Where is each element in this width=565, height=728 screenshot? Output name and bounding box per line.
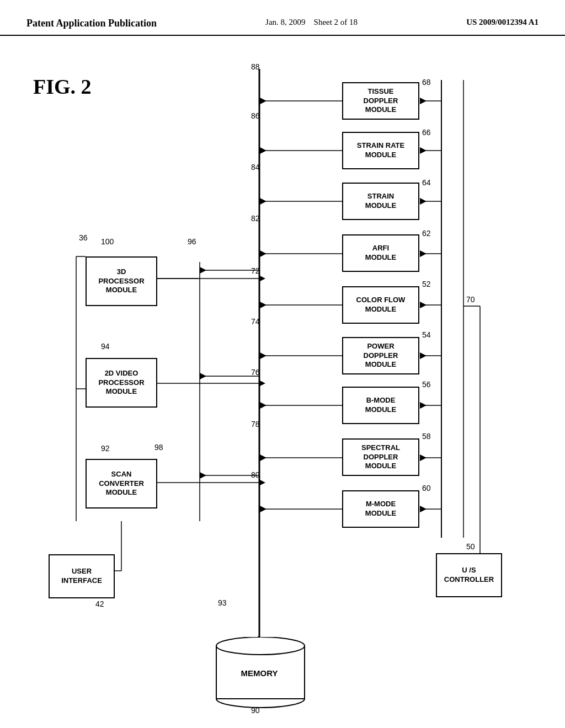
diagram-area: FIG. 2 TISSUE DOPPLER MODULE STRAIN RATE… bbox=[0, 41, 565, 714]
ref-76: 76 bbox=[251, 368, 260, 377]
ref-80: 80 bbox=[251, 470, 260, 479]
m-mode-module: M-MODEMODULE bbox=[342, 490, 419, 528]
us-controller-module: U /SCONTROLLER bbox=[436, 553, 502, 597]
ref-42: 42 bbox=[95, 599, 104, 608]
ref-54: 54 bbox=[422, 330, 431, 339]
header-date-sheet: Jan. 8, 2009 Sheet 2 of 18 bbox=[265, 18, 358, 27]
spectral-doppler-module: SPECTRALDOPPLERMODULE bbox=[342, 438, 419, 476]
header-patent-number: US 2009/0012394 A1 bbox=[466, 18, 539, 27]
ref-96: 96 bbox=[188, 237, 196, 246]
ref-92: 92 bbox=[101, 444, 110, 453]
ref-64: 64 bbox=[422, 178, 431, 187]
figure-label: FIG. 2 bbox=[33, 74, 92, 99]
header-publication-label: Patent Application Publication bbox=[26, 18, 157, 29]
ref-82: 82 bbox=[251, 214, 260, 223]
ref-70: 70 bbox=[466, 295, 475, 304]
arfi-module: ARFIMODULE bbox=[342, 234, 419, 272]
ref-86: 86 bbox=[251, 111, 260, 120]
processor-3d-module: 3DPROCESSORMODULE bbox=[86, 256, 157, 306]
b-mode-module: B-MODEMODULE bbox=[342, 387, 419, 424]
video-2d-processor-module: 2D VIDEOPROCESSORMODULE bbox=[86, 358, 157, 408]
ref-78: 78 bbox=[251, 420, 260, 429]
ref-72: 72 bbox=[251, 266, 260, 275]
ref-36: 36 bbox=[79, 233, 88, 242]
ref-66: 66 bbox=[422, 128, 431, 137]
ref-94: 94 bbox=[101, 342, 110, 351]
ref-56: 56 bbox=[422, 380, 431, 389]
ref-90: 90 bbox=[251, 706, 260, 715]
ref-93: 93 bbox=[218, 598, 227, 607]
ref-58: 58 bbox=[422, 432, 431, 441]
scan-converter-module: SCANCONVERTERMODULE bbox=[86, 459, 157, 508]
ref-68: 68 bbox=[422, 78, 431, 87]
ref-52: 52 bbox=[422, 280, 431, 288]
ref-60: 60 bbox=[422, 484, 431, 493]
ref-100: 100 bbox=[101, 237, 114, 246]
user-interface-module: USERINTERFACE bbox=[49, 554, 115, 598]
memory-module: MEMORY bbox=[215, 637, 303, 703]
svg-point-40 bbox=[216, 637, 305, 655]
ref-84: 84 bbox=[251, 163, 260, 172]
ref-98: 98 bbox=[154, 443, 163, 452]
ref-62: 62 bbox=[422, 229, 431, 238]
ref-88: 88 bbox=[251, 62, 260, 71]
ref-74: 74 bbox=[251, 317, 260, 326]
strain-rate-module: STRAIN RATEMODULE bbox=[342, 132, 419, 169]
page-header: Patent Application Publication Jan. 8, 2… bbox=[0, 0, 565, 36]
ref-50: 50 bbox=[466, 542, 475, 551]
diagram-svg bbox=[0, 41, 565, 714]
strain-module: STRAINMODULE bbox=[342, 183, 419, 220]
color-flow-module: COLOR FLOWMODULE bbox=[342, 286, 419, 324]
tissue-doppler-module: TISSUE DOPPLER MODULE bbox=[342, 82, 419, 120]
power-doppler-module: POWERDOPPLERMODULE bbox=[342, 337, 419, 374]
